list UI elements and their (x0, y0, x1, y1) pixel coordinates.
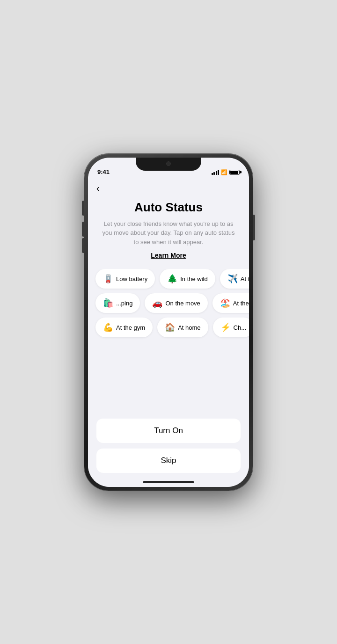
notch (136, 158, 201, 171)
chip-charging-label: Ch... (234, 324, 246, 331)
at-the-beach-emoji: 🏖️ (220, 298, 230, 308)
status-time: 9:41 (97, 168, 110, 175)
chip-shopping[interactable]: 🛍️ ...ping (95, 293, 140, 313)
phone-frame: 9:41 📶 ‹ (84, 154, 253, 491)
home-indicator (143, 481, 194, 483)
in-the-wild-emoji: 🌲 (167, 274, 177, 284)
turn-on-button[interactable]: Turn On (96, 419, 241, 443)
chip-low-battery-label: Low battery (116, 275, 147, 282)
chip-in-the-wild-label: In the wild (180, 275, 208, 282)
chip-at-the-beach-label: At the beach (233, 300, 249, 307)
front-camera (166, 161, 171, 166)
learn-more-link[interactable]: Learn More (151, 252, 186, 259)
content-area: ‹ Auto Status Let your close friends kno… (88, 158, 249, 487)
on-the-move-emoji: 🚗 (152, 298, 162, 308)
chip-shopping-label: ...ping (116, 300, 132, 307)
signal-icon (212, 169, 220, 175)
back-button[interactable]: ‹ (88, 178, 249, 194)
at-the-gym-emoji: 💪 (103, 322, 113, 333)
status-icons: 📶 (212, 169, 240, 175)
chip-at-home-label: At home (178, 324, 200, 331)
chips-container: 🪫 Low battery 🌲 In the wild ✈️ At t... (88, 260, 249, 347)
header-section: Auto Status Let your close friends know … (88, 194, 249, 260)
battery-icon (229, 170, 240, 175)
chip-in-the-wild[interactable]: 🌲 In the wild (160, 269, 215, 289)
chip-at-the-gym-label: At the gym (116, 324, 145, 331)
page-subtitle: Let your close friends know what you're … (102, 219, 235, 247)
skip-button[interactable]: Skip (96, 449, 241, 473)
wifi-icon: 📶 (221, 169, 227, 175)
chip-on-the-move[interactable]: 🚗 On the move (145, 293, 207, 313)
chip-at-the-gym[interactable]: 💪 At the gym (95, 318, 153, 337)
low-battery-emoji: 🪫 (103, 274, 113, 284)
bottom-area: Turn On Skip (88, 409, 249, 487)
chip-traveling[interactable]: ✈️ At t... (220, 269, 249, 289)
charging-emoji: ⚡ (220, 322, 231, 333)
chips-row-1: 🪫 Low battery 🌲 In the wild ✈️ At t... (88, 269, 249, 293)
chips-row-2: 🛍️ ...ping 🚗 On the move 🏖️ At the beach (88, 293, 249, 318)
chip-at-home[interactable]: 🏠 At home (157, 318, 208, 337)
phone-screen: 9:41 📶 ‹ (88, 158, 249, 487)
page-title: Auto Status (102, 200, 235, 215)
chip-on-the-move-label: On the move (165, 300, 200, 307)
chip-at-the-beach[interactable]: 🏖️ At the beach (212, 293, 249, 313)
at-home-emoji: 🏠 (165, 322, 175, 333)
chip-low-battery[interactable]: 🪫 Low battery (95, 269, 155, 289)
screen: 9:41 📶 ‹ (88, 158, 249, 487)
traveling-emoji: ✈️ (227, 274, 238, 284)
chip-traveling-label: At t... (241, 275, 249, 282)
shopping-emoji: 🛍️ (103, 298, 113, 308)
back-chevron-icon: ‹ (96, 183, 100, 194)
chips-row-3: 💪 At the gym 🏠 At home ⚡ Ch... (88, 318, 249, 342)
chip-charging[interactable]: ⚡ Ch... (213, 318, 249, 337)
